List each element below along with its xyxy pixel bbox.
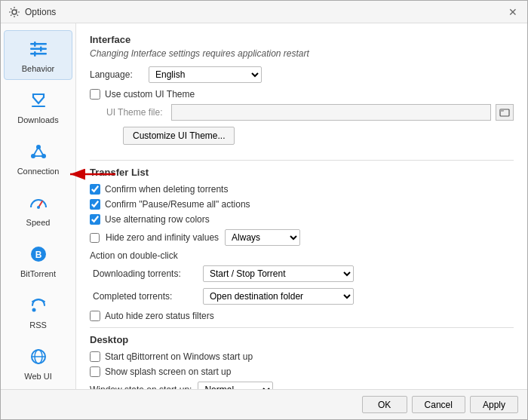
hide-zero-row: Hide zero and infinity values Always Nev… — [90, 229, 514, 246]
completed-action-select[interactable]: Open destination folder Open Show in fol… — [203, 288, 354, 305]
sidebar-item-downloads[interactable]: Downloads — [4, 81, 72, 131]
svg-rect-1 — [30, 43, 47, 45]
sidebar-item-bittorrent[interactable]: B BitTorrent — [4, 235, 72, 285]
interface-subtitle: Changing Interface settings requires app… — [90, 48, 514, 59]
options-window: Options ✕ Behavior — [0, 0, 528, 420]
svg-rect-3 — [30, 53, 47, 55]
sidebar-label-speed: Speed — [26, 218, 51, 227]
speed-icon — [26, 191, 51, 215]
custom-theme-checkbox[interactable] — [90, 89, 100, 100]
cancel-button[interactable]: Cancel — [412, 396, 465, 413]
confirm-pause-checkbox[interactable] — [90, 199, 100, 210]
svg-point-15 — [37, 206, 40, 209]
close-button[interactable]: ✕ — [506, 5, 520, 19]
hide-zero-select[interactable]: Always Never — [225, 229, 300, 246]
custom-theme-row: Use custom UI Theme — [90, 89, 514, 100]
ui-theme-file-label: UI Theme file: — [106, 107, 167, 118]
sidebar-item-behavior[interactable]: Behavior — [4, 30, 72, 80]
completed-action-row: Completed torrents: Open destination fol… — [93, 288, 514, 305]
ui-theme-file-row: UI Theme file: — [106, 104, 514, 121]
apply-button[interactable]: Apply — [470, 396, 518, 413]
svg-rect-4 — [34, 41, 36, 47]
window-title: Options — [25, 7, 56, 17]
confirm-pause-label: Confirm "Pause/Resume all" actions — [105, 199, 250, 210]
downloads-icon — [26, 88, 51, 112]
confirm-pause-row: Confirm "Pause/Resume all" actions — [90, 199, 514, 210]
sidebar-label-webui: Web UI — [24, 372, 51, 381]
show-splash-label: Show splash screen on start up — [105, 366, 231, 377]
sidebar-label-connection: Connection — [17, 167, 60, 176]
start-qbt-label: Start qBittorrent on Windows start up — [105, 351, 253, 362]
show-splash-checkbox[interactable] — [90, 366, 100, 377]
svg-rect-25 — [500, 109, 504, 112]
downloading-action-row: Downloading torrents: Start / Stop Torre… — [93, 265, 514, 282]
language-label: Language: — [90, 69, 143, 80]
sidebar-item-webui[interactable]: Web UI — [4, 338, 72, 388]
customize-theme-button[interactable]: Customize UI Theme... — [123, 127, 235, 145]
sidebar-item-rss[interactable]: RSS — [4, 287, 72, 336]
confirm-delete-row: Confirm when deleting torrents — [90, 184, 514, 195]
divider-2 — [90, 327, 514, 328]
sidebar-label-rss: RSS — [29, 320, 47, 330]
desktop-title: Desktop — [90, 334, 514, 345]
bottom-bar: OK Cancel Apply — [1, 389, 527, 419]
ui-theme-file-input[interactable] — [171, 104, 491, 121]
rss-icon — [26, 293, 51, 317]
alternating-rows-row: Use alternating row colors — [90, 214, 514, 225]
auto-hide-label: Auto hide zero status filters — [105, 311, 214, 321]
language-select[interactable]: English French German Spanish — [149, 66, 262, 83]
bittorrent-icon: B — [26, 242, 51, 266]
title-bar-left: Options — [8, 6, 56, 18]
custom-theme-label: Use custom UI Theme — [105, 89, 195, 100]
svg-point-18 — [32, 308, 35, 312]
sidebar-item-connection[interactable]: Connection — [4, 133, 72, 182]
webui-icon — [26, 345, 51, 369]
hide-zero-checkbox[interactable] — [90, 233, 100, 243]
sidebar-label-bittorrent: BitTorrent — [20, 269, 56, 278]
svg-text:B: B — [35, 250, 41, 260]
sidebar-item-speed[interactable]: Speed — [4, 184, 72, 234]
alternating-rows-label: Use alternating row colors — [105, 214, 210, 225]
content-area: Interface Changing Interface settings re… — [76, 23, 527, 389]
svg-rect-5 — [40, 47, 42, 52]
sidebar: Behavior Downloads — [1, 23, 76, 389]
connection-icon — [26, 139, 51, 164]
hide-zero-label: Hide zero and infinity values — [106, 232, 219, 243]
start-qbt-checkbox[interactable] — [90, 351, 100, 362]
svg-line-12 — [38, 147, 44, 156]
title-bar: Options ✕ — [1, 1, 527, 23]
confirm-delete-checkbox[interactable] — [90, 184, 100, 195]
browse-button[interactable] — [496, 104, 514, 121]
downloading-torrents-label: Downloading torrents: — [93, 265, 198, 282]
start-qbt-row: Start qBittorrent on Windows start up — [90, 351, 514, 362]
auto-hide-checkbox[interactable] — [90, 311, 100, 321]
downloading-action-select[interactable]: Start / Stop Torrent Open Show in folder — [203, 265, 354, 282]
action-double-click-title: Action on double-click — [90, 250, 514, 261]
svg-rect-6 — [34, 51, 36, 57]
svg-point-0 — [12, 10, 17, 14]
language-row: Language: English French German Spanish — [90, 66, 514, 83]
transfer-list-title: Transfer List — [90, 167, 514, 178]
confirm-delete-label: Confirm when deleting torrents — [105, 184, 228, 195]
auto-hide-row: Auto hide zero status filters — [90, 311, 514, 321]
window-state-label: Window state on start up: — [90, 385, 192, 389]
completed-torrents-label: Completed torrents: — [93, 288, 198, 305]
sidebar-label-behavior: Behavior — [22, 64, 54, 73]
options-icon — [8, 6, 20, 18]
content-wrapper: Behavior Downloads — [1, 23, 527, 389]
ok-button[interactable]: OK — [362, 396, 407, 413]
window-state-row: Window state on start up: Normal Minimiz… — [90, 382, 514, 389]
behavior-icon — [26, 37, 51, 61]
show-splash-row: Show splash screen on start up — [90, 366, 514, 377]
sidebar-label-downloads: Downloads — [17, 115, 58, 124]
divider-1 — [90, 160, 514, 161]
interface-title: Interface — [90, 34, 514, 45]
svg-rect-2 — [30, 48, 47, 51]
alternating-rows-checkbox[interactable] — [90, 214, 100, 225]
window-state-select[interactable]: Normal Minimized Maximized — [198, 382, 273, 389]
svg-line-11 — [33, 147, 38, 156]
